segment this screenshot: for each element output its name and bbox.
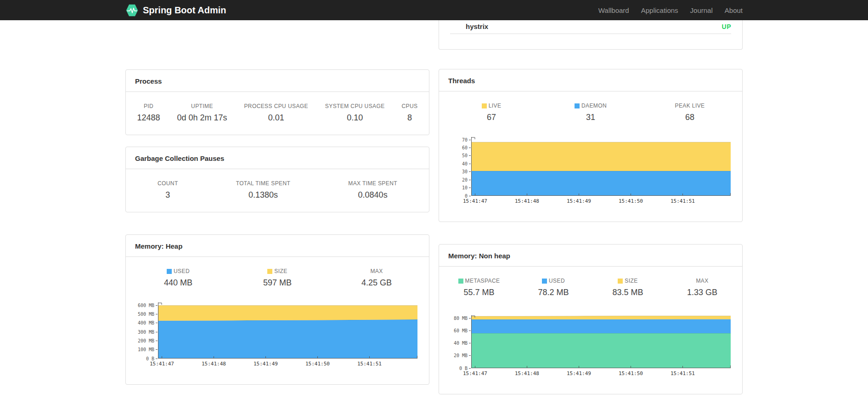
process-card: Process PID 12488 UPTIME 0d 0h 2m 17s PR…: [125, 69, 429, 135]
memory-heap-card: Memory: Heap USED 440 MB SIZE 597 MB MAX…: [125, 234, 429, 385]
svg-text:70: 70: [462, 137, 468, 142]
metric-gc-total-time: TOTAL TIME SPENT 0.1380s: [232, 180, 294, 200]
process-metrics: PID 12488 UPTIME 0d 0h 2m 17s PROCESS CP…: [126, 92, 429, 135]
svg-text:15:41:48: 15:41:48: [515, 198, 539, 204]
application-status-badge: UP: [722, 23, 731, 30]
nav-item-journal[interactable]: Journal: [684, 6, 719, 14]
gc-card: Garbage Collection Pauses COUNT 3 TOTAL …: [125, 147, 429, 212]
legend-nonheap-metaspace: METASPACE 55.7 MB: [442, 278, 516, 297]
content: Process PID 12488 UPTIME 0d 0h 2m 17s PR…: [125, 20, 743, 394]
metric-system-cpu-usage: SYSTEM CPU USAGE 0.10: [321, 103, 389, 123]
memory-nonheap-chart: 0 B20 MB40 MB60 MB80 MB15:41:4715:41:481…: [448, 312, 731, 380]
memory-nonheap-card-title: Memory: Non heap: [439, 245, 742, 267]
metric-uptime: UPTIME 0d 0h 2m 17s: [173, 103, 231, 123]
svg-text:60: 60: [462, 145, 468, 150]
svg-text:15:41:50: 15:41:50: [619, 198, 643, 204]
svg-text:100 MB: 100 MB: [138, 347, 154, 352]
threads-card: Threads LIVE 67 DAEMON 31 PEAK LIVE 68 0…: [439, 69, 743, 222]
legend-threads-live: LIVE 67: [442, 102, 541, 122]
svg-text:600 MB: 600 MB: [138, 303, 154, 308]
svg-text:40: 40: [462, 161, 468, 166]
gc-metrics: COUNT 3 TOTAL TIME SPENT 0.1380s MAX TIM…: [126, 169, 429, 212]
application-name[interactable]: hystrix: [466, 23, 488, 30]
svg-text:0 B: 0 B: [146, 356, 154, 361]
nav-item-wallboard[interactable]: Wallboard: [592, 6, 635, 14]
svg-text:60 MB: 60 MB: [454, 328, 468, 333]
memory-heap-card-title: Memory: Heap: [126, 235, 429, 257]
legend-threads-daemon: DAEMON 31: [541, 102, 640, 122]
svg-text:15:41:49: 15:41:49: [567, 370, 591, 376]
svg-text:15:41:51: 15:41:51: [671, 198, 695, 204]
svg-text:15:41:47: 15:41:47: [150, 361, 174, 367]
metric-cpus: CPUS 8: [398, 103, 422, 123]
left-column: Process PID 12488 UPTIME 0d 0h 2m 17s PR…: [125, 69, 429, 385]
process-card-title: Process: [126, 70, 429, 92]
metric-pid: PID 12488: [133, 103, 163, 123]
legend-swatch-yellow: [482, 103, 487, 108]
legend-swatch-blue: [575, 103, 580, 108]
svg-text:80 MB: 80 MB: [454, 316, 468, 321]
threads-legend: LIVE 67 DAEMON 31 PEAK LIVE 68: [439, 91, 742, 134]
svg-text:15:41:50: 15:41:50: [305, 361, 330, 367]
memory-heap-chart: 0 B100 MB200 MB300 MB400 MB500 MB600 MB1…: [135, 302, 418, 370]
brand-title: Spring Boot Admin: [143, 5, 226, 16]
legend-swatch-yellow: [267, 269, 272, 274]
legend-nonheap-max: MAX 1.33 GB: [665, 278, 739, 297]
metric-gc-max-time: MAX TIME SPENT 0.0840s: [344, 180, 401, 200]
svg-text:50: 50: [462, 153, 468, 158]
svg-text:20 MB: 20 MB: [454, 353, 468, 358]
svg-text:200 MB: 200 MB: [138, 338, 154, 343]
svg-text:10: 10: [462, 185, 468, 190]
nav-item-about[interactable]: About: [719, 6, 743, 14]
legend-threads-peak-live: PEAK LIVE 68: [640, 102, 739, 122]
svg-text:20: 20: [462, 177, 468, 182]
application-status-row[interactable]: hystrix UP: [450, 20, 731, 34]
svg-text:15:41:47: 15:41:47: [463, 198, 487, 204]
svg-text:30: 30: [462, 169, 468, 174]
threads-card-title: Threads: [439, 69, 742, 91]
svg-text:15:41:50: 15:41:50: [619, 370, 643, 376]
gc-card-title: Garbage Collection Pauses: [126, 147, 429, 169]
pulse-hexagon-icon: [125, 4, 139, 17]
metric-gc-count: COUNT 3: [154, 180, 182, 200]
memory-nonheap-legend: METASPACE 55.7 MB USED 78.2 MB SIZE 83.5…: [439, 267, 742, 309]
legend-swatch-yellow: [618, 279, 623, 284]
legend-swatch-blue: [167, 269, 172, 274]
svg-text:300 MB: 300 MB: [138, 330, 154, 335]
legend-heap-size: SIZE 597 MB: [228, 268, 327, 288]
right-column: hystrix UP Threads LIVE 67 DAEMON 31 PEA…: [439, 20, 743, 394]
threads-chart: 01020304050607015:41:4715:41:4815:41:491…: [448, 137, 731, 208]
svg-text:500 MB: 500 MB: [138, 312, 154, 317]
nav-item-applications[interactable]: Applications: [635, 6, 684, 14]
brand[interactable]: Spring Boot Admin: [125, 4, 226, 17]
legend-heap-max: MAX 4.25 GB: [327, 268, 426, 288]
svg-text:40 MB: 40 MB: [454, 341, 468, 346]
legend-swatch-green: [458, 279, 463, 284]
navbar: Spring Boot Admin Wallboard Applications…: [0, 0, 868, 20]
memory-nonheap-card: Memory: Non heap METASPACE 55.7 MB USED …: [439, 244, 743, 394]
legend-heap-used: USED 440 MB: [129, 268, 228, 288]
nav-menu: Wallboard Applications Journal About: [592, 6, 743, 14]
svg-text:15:41:48: 15:41:48: [515, 370, 539, 376]
svg-text:15:41:49: 15:41:49: [567, 198, 591, 204]
svg-text:15:41:49: 15:41:49: [254, 361, 278, 367]
application-status-card: hystrix UP: [439, 20, 743, 50]
svg-text:15:41:48: 15:41:48: [202, 361, 226, 367]
status-card-spacer: [439, 34, 742, 49]
legend-swatch-blue: [542, 279, 547, 284]
legend-nonheap-used: USED 78.2 MB: [516, 278, 591, 297]
svg-text:0 B: 0 B: [459, 366, 468, 371]
svg-text:15:41:47: 15:41:47: [463, 370, 487, 376]
svg-text:15:41:51: 15:41:51: [671, 370, 695, 376]
svg-text:0: 0: [465, 194, 468, 199]
svg-text:400 MB: 400 MB: [138, 320, 154, 325]
memory-heap-legend: USED 440 MB SIZE 597 MB MAX 4.25 GB: [126, 257, 429, 300]
navbar-container: Spring Boot Admin Wallboard Applications…: [125, 0, 743, 20]
svg-text:15:41:51: 15:41:51: [357, 361, 382, 367]
metric-process-cpu-usage: PROCESS CPU USAGE 0.01: [240, 103, 312, 123]
legend-nonheap-size: SIZE 83.5 MB: [591, 278, 665, 297]
